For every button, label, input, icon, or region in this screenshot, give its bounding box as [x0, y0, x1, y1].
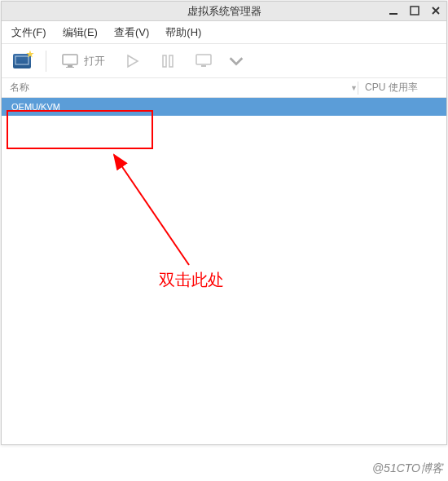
column-separator — [358, 82, 358, 95]
shutdown-dropdown[interactable] — [226, 49, 247, 73]
shutdown-icon — [195, 52, 213, 70]
caret-down-icon: ▼ — [350, 84, 358, 92]
minimize-icon — [389, 6, 398, 15]
play-icon — [123, 52, 141, 70]
svg-rect-8 — [196, 55, 211, 64]
svg-rect-7 — [169, 55, 173, 67]
new-vm-button[interactable] — [8, 49, 36, 73]
column-cpu[interactable]: CPU 使用率 — [365, 81, 438, 95]
window-controls — [386, 3, 443, 18]
svg-rect-1 — [411, 7, 419, 15]
column-cpu-label: CPU 使用率 — [365, 82, 418, 93]
menu-edit[interactable]: 编辑(E) — [59, 24, 101, 42]
pause-button[interactable] — [154, 49, 182, 73]
window-title: 虚拟系统管理器 — [7, 4, 441, 19]
pause-icon — [159, 52, 177, 70]
menu-help[interactable]: 帮助(H) — [162, 24, 204, 42]
close-icon — [431, 6, 441, 15]
titlebar[interactable]: 虚拟系统管理器 — [2, 2, 446, 21]
menu-view[interactable]: 查看(V) — [111, 24, 152, 42]
column-headers: 名称 ▼ CPU 使用率 — [2, 78, 446, 98]
vm-manager-window: 虚拟系统管理器 文件(F) 编辑(E) 查看(V) 帮助(H) — [1, 1, 447, 445]
new-vm-icon — [13, 54, 31, 68]
minimize-button[interactable] — [386, 3, 401, 18]
svg-rect-4 — [68, 65, 72, 67]
toolbar-separator — [46, 51, 46, 72]
shutdown-button[interactable] — [190, 49, 217, 73]
monitor-icon — [61, 52, 79, 70]
svg-rect-6 — [163, 55, 166, 67]
column-name[interactable]: 名称 ▼ — [10, 81, 358, 95]
connection-list[interactable]: QEMU/KVM — [2, 98, 446, 444]
maximize-icon — [410, 6, 419, 15]
menubar: 文件(F) 编辑(E) 查看(V) 帮助(H) — [2, 21, 446, 44]
svg-rect-3 — [63, 55, 77, 64]
connection-row-label: QEMU/KVM — [11, 102, 60, 112]
connection-row-qemu[interactable]: QEMU/KVM — [2, 98, 446, 116]
open-button-label: 打开 — [84, 54, 105, 68]
close-button[interactable] — [428, 3, 443, 18]
menu-file[interactable]: 文件(F) — [8, 24, 50, 42]
column-name-label: 名称 — [10, 81, 29, 95]
maximize-button[interactable] — [407, 3, 422, 18]
svg-rect-0 — [389, 13, 397, 15]
toolbar: 打开 — [2, 44, 446, 78]
chevron-down-icon — [227, 52, 245, 70]
svg-rect-2 — [15, 56, 29, 64]
open-button[interactable]: 打开 — [56, 49, 110, 73]
svg-rect-9 — [201, 65, 206, 67]
play-button[interactable] — [118, 49, 146, 73]
svg-rect-5 — [66, 67, 74, 68]
watermark: @51CTO博客 — [372, 461, 443, 476]
